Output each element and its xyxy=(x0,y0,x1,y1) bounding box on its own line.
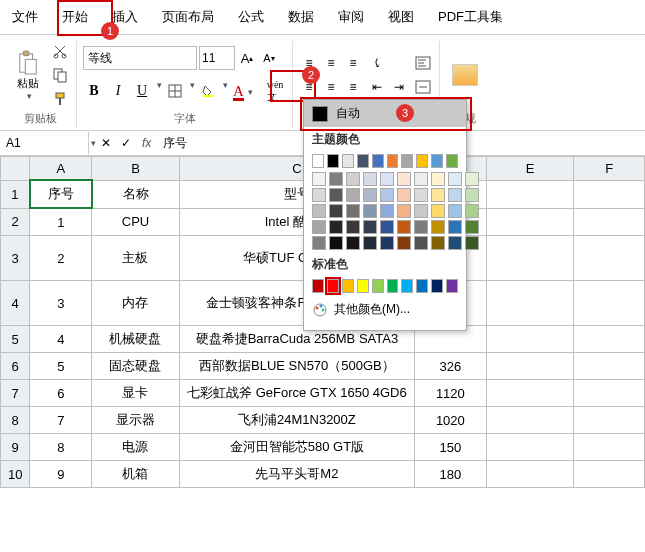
row-header[interactable]: 5 xyxy=(1,326,30,353)
color-swatch[interactable] xyxy=(363,220,377,234)
color-swatch[interactable] xyxy=(363,172,377,186)
wrap-text-button[interactable] xyxy=(413,53,433,73)
cell[interactable]: 名称 xyxy=(92,180,180,208)
cell[interactable] xyxy=(574,380,645,407)
col-header[interactable]: F xyxy=(574,157,645,181)
color-swatch[interactable] xyxy=(446,154,458,168)
color-swatch[interactable] xyxy=(387,154,399,168)
color-swatch[interactable] xyxy=(380,220,394,234)
cell[interactable]: 2 xyxy=(30,236,92,281)
color-swatch[interactable] xyxy=(448,188,462,202)
cell[interactable]: 固态硬盘 xyxy=(92,353,180,380)
color-swatch[interactable] xyxy=(414,188,428,202)
align-left-button[interactable]: ≡ xyxy=(299,77,319,97)
fx-icon[interactable]: fx xyxy=(136,136,157,150)
color-swatch[interactable] xyxy=(346,172,360,186)
color-swatch[interactable] xyxy=(416,154,428,168)
cell[interactable]: 七彩虹战斧 GeForce GTX 1650 4GD6 xyxy=(179,380,414,407)
cell[interactable] xyxy=(486,380,574,407)
grow-font-button[interactable]: A▴ xyxy=(237,48,257,68)
color-swatch[interactable] xyxy=(397,220,411,234)
color-swatch[interactable] xyxy=(414,220,428,234)
color-swatch[interactable] xyxy=(448,220,462,234)
cell[interactable]: 主板 xyxy=(92,236,180,281)
color-swatch[interactable] xyxy=(465,188,479,202)
indent-decrease-button[interactable]: ⇤ xyxy=(367,77,387,97)
border-button[interactable] xyxy=(164,80,186,102)
color-swatch[interactable] xyxy=(312,172,326,186)
color-swatch[interactable] xyxy=(397,188,411,202)
color-swatch[interactable] xyxy=(448,236,462,250)
font-color-button[interactable]: A▾ xyxy=(230,80,262,104)
menu-review[interactable]: 审阅 xyxy=(326,0,376,34)
align-right-button[interactable]: ≡ xyxy=(343,77,363,97)
color-swatch[interactable] xyxy=(431,188,445,202)
color-swatch[interactable] xyxy=(387,279,399,293)
cell[interactable] xyxy=(486,208,574,236)
color-swatch[interactable] xyxy=(380,188,394,202)
cell[interactable]: 4 xyxy=(30,326,92,353)
cell[interactable]: CPU xyxy=(92,208,180,236)
row-header[interactable]: 3 xyxy=(1,236,30,281)
cell[interactable]: 9 xyxy=(30,461,92,488)
color-swatch[interactable] xyxy=(329,236,343,250)
color-swatch[interactable] xyxy=(327,154,339,168)
color-swatch[interactable] xyxy=(312,236,326,250)
cell[interactable] xyxy=(574,353,645,380)
color-swatch[interactable] xyxy=(431,172,445,186)
cell[interactable]: 180 xyxy=(414,461,486,488)
cell[interactable]: 飞利浦24M1N3200Z xyxy=(179,407,414,434)
auto-color-item[interactable]: 自动 xyxy=(304,100,466,127)
menu-home[interactable]: 开始 xyxy=(50,0,100,34)
color-swatch[interactable] xyxy=(342,154,354,168)
align-center-button[interactable]: ≡ xyxy=(321,77,341,97)
underline-button[interactable]: U xyxy=(131,80,153,102)
row-header[interactable]: 10 xyxy=(1,461,30,488)
color-swatch[interactable] xyxy=(342,279,354,293)
cell[interactable]: 显卡 xyxy=(92,380,180,407)
col-header[interactable]: A xyxy=(30,157,92,181)
color-swatch[interactable] xyxy=(397,236,411,250)
color-swatch[interactable] xyxy=(465,236,479,250)
merge-button[interactable] xyxy=(413,77,433,97)
chevron-down-icon[interactable]: ▾ xyxy=(223,80,228,104)
color-swatch[interactable] xyxy=(401,279,413,293)
color-swatch[interactable] xyxy=(327,279,339,293)
row-header[interactable]: 4 xyxy=(1,281,30,326)
orientation-button[interactable]: ⤹ xyxy=(367,53,387,73)
color-swatch[interactable] xyxy=(380,172,394,186)
cell[interactable] xyxy=(486,281,574,326)
color-swatch[interactable] xyxy=(357,154,369,168)
color-swatch[interactable] xyxy=(465,220,479,234)
cell[interactable] xyxy=(486,434,574,461)
color-swatch[interactable] xyxy=(448,172,462,186)
color-swatch[interactable] xyxy=(312,188,326,202)
menu-insert[interactable]: 插入 xyxy=(100,0,150,34)
row-header[interactable]: 8 xyxy=(1,407,30,434)
color-swatch[interactable] xyxy=(431,204,445,218)
cell[interactable] xyxy=(486,353,574,380)
color-swatch[interactable] xyxy=(465,172,479,186)
cell[interactable]: 序号 xyxy=(30,180,92,208)
cell[interactable] xyxy=(486,461,574,488)
color-swatch[interactable] xyxy=(448,204,462,218)
more-colors-item[interactable]: 其他颜色(M)... xyxy=(304,295,466,324)
color-swatch[interactable] xyxy=(363,236,377,250)
cell[interactable] xyxy=(574,407,645,434)
cell[interactable]: 1120 xyxy=(414,380,486,407)
name-box[interactable] xyxy=(0,132,89,154)
color-swatch[interactable] xyxy=(363,188,377,202)
cell[interactable] xyxy=(574,434,645,461)
color-swatch[interactable] xyxy=(431,236,445,250)
cell[interactable]: 金河田智能芯580 GT版 xyxy=(179,434,414,461)
cell[interactable] xyxy=(486,236,574,281)
color-swatch[interactable] xyxy=(346,204,360,218)
cell[interactable] xyxy=(574,180,645,208)
cell[interactable] xyxy=(574,461,645,488)
cell[interactable]: 1020 xyxy=(414,407,486,434)
cell[interactable]: 150 xyxy=(414,434,486,461)
menu-formulas[interactable]: 公式 xyxy=(226,0,276,34)
menu-data[interactable]: 数据 xyxy=(276,0,326,34)
bold-button[interactable]: B xyxy=(83,80,105,102)
color-swatch[interactable] xyxy=(363,204,377,218)
